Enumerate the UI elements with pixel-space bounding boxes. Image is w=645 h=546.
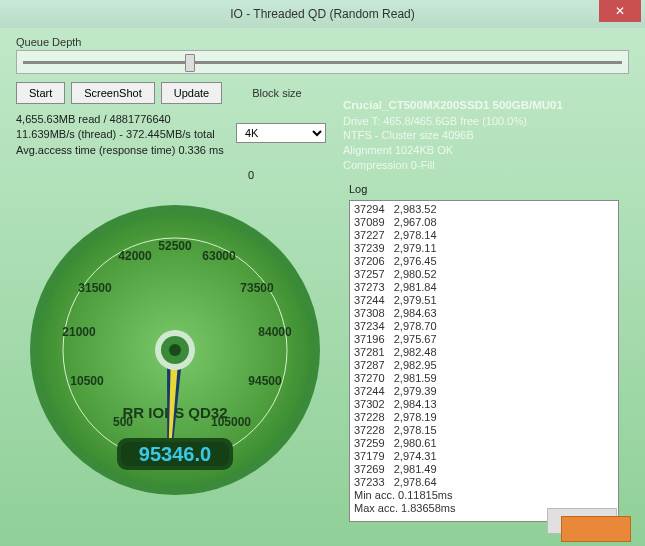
- log-row: 37308 2,984.63: [354, 307, 614, 320]
- drive-name: Crucial_CT500MX200SSD1 500GB/MU01: [343, 98, 619, 114]
- screenshot-button[interactable]: ScreenShot: [71, 82, 154, 104]
- log-row: 37233 2,978.64: [354, 476, 614, 489]
- log-row: 37239 2,979.11: [354, 242, 614, 255]
- log-row: 37281 2,982.48: [354, 346, 614, 359]
- drive-align: Alignment 1024KB OK: [343, 143, 619, 158]
- gauge-tick: 10500: [70, 374, 104, 388]
- drive-comp: Compression 0-Fill: [343, 158, 619, 173]
- start-button[interactable]: Start: [16, 82, 65, 104]
- log-row: 37227 2,978.14: [354, 229, 614, 242]
- gauge-tick: 42000: [118, 249, 152, 263]
- gauge-tick: 31500: [78, 281, 112, 295]
- log-row: 37206 2,976.45: [354, 255, 614, 268]
- window-title: IO - Threaded QD (Random Read): [0, 7, 645, 21]
- iops-gauge: 500 10500 21000 31500 42000 52500 63000 …: [25, 200, 325, 500]
- drive-fs: NTFS - Cluster size 4096B: [343, 128, 619, 143]
- main-panel: Queue Depth Start ScreenShot Update Bloc…: [0, 28, 645, 546]
- log-row: 37273 2,981.84: [354, 281, 614, 294]
- gauge-tick: 21000: [62, 325, 96, 339]
- stats-zero: 0: [248, 168, 254, 183]
- slider-track: [23, 61, 622, 64]
- log-label: Log: [349, 183, 367, 195]
- close-button[interactable]: ✕: [599, 0, 641, 22]
- log-row: 37257 2,980.52: [354, 268, 614, 281]
- log-min: Min acc. 0.11815ms: [354, 489, 614, 502]
- svg-point-7: [169, 344, 181, 356]
- log-row: 37179 2,974.31: [354, 450, 614, 463]
- gauge-tick: 73500: [240, 281, 274, 295]
- log-row: 37234 2,978.70: [354, 320, 614, 333]
- log-row: 37302 2,984.13: [354, 398, 614, 411]
- log-area[interactable]: 37294 2,983.5237089 2,967.0837227 2,978.…: [349, 200, 619, 522]
- block-size-label: Block size: [252, 87, 302, 99]
- log-row: 37270 2,981.59: [354, 372, 614, 385]
- gauge-tick: 63000: [202, 249, 236, 263]
- update-button[interactable]: Update: [161, 82, 222, 104]
- drive-info: Crucial_CT500MX200SSD1 500GB/MU01 Drive …: [343, 98, 619, 173]
- watermark-logo: [525, 508, 645, 546]
- log-row: 37196 2,975.67: [354, 333, 614, 346]
- log-row: 37244 2,979.39: [354, 385, 614, 398]
- gauge-tick: 52500: [158, 239, 192, 253]
- drive-free: Drive T: 465.8/465.6GB free (100.0%): [343, 114, 619, 129]
- log-row: 37294 2,983.52: [354, 203, 614, 216]
- slider-thumb[interactable]: [185, 54, 195, 72]
- log-row: 37259 2,980.61: [354, 437, 614, 450]
- close-icon: ✕: [615, 4, 625, 18]
- gauge-lcd: 95346.0: [139, 443, 211, 465]
- log-row: 37089 2,967.08: [354, 216, 614, 229]
- log-row: 37269 2,981.49: [354, 463, 614, 476]
- queue-depth-label: Queue Depth: [16, 36, 629, 48]
- log-row: 37228 2,978.15: [354, 424, 614, 437]
- gauge-tick: 84000: [258, 325, 292, 339]
- log-row: 37287 2,982.95: [354, 359, 614, 372]
- gauge-tick: 94500: [248, 374, 282, 388]
- log-row: 37244 2,979.51: [354, 294, 614, 307]
- log-row: 37228 2,978.19: [354, 411, 614, 424]
- queue-depth-slider[interactable]: [16, 50, 629, 74]
- titlebar: IO - Threaded QD (Random Read) ✕: [0, 0, 645, 28]
- block-size-select[interactable]: 4K: [236, 123, 326, 143]
